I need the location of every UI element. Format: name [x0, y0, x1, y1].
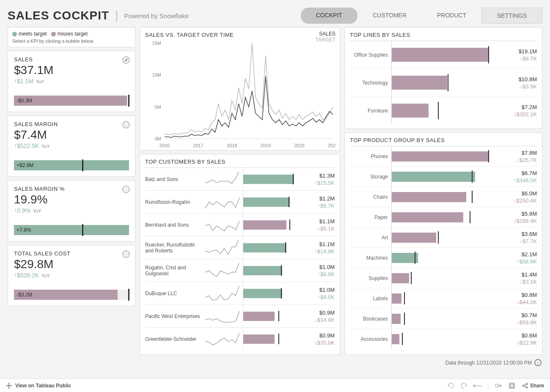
legend-target: TARGET — [315, 37, 336, 43]
bar-row[interactable]: Technology$10.8M↓$3.5K — [350, 69, 537, 96]
bar-row-value: $19.1M — [519, 48, 537, 55]
customer-value: $1.1M — [319, 218, 335, 225]
bar-row-name: Chairs — [350, 194, 391, 200]
customer-delta: ↓$35.0K — [294, 340, 335, 346]
bar-row-delta: ↓$7.7K — [489, 238, 537, 244]
bar-row[interactable]: Chairs$6.0M↓$250.4K — [350, 186, 537, 207]
customer-row[interactable]: Ruecker, Runolfsdottir and Roberts$1.1M↑… — [145, 236, 335, 259]
customer-value: $1.0M — [319, 264, 335, 270]
bar-row-bar — [391, 248, 489, 268]
customer-bar — [243, 328, 294, 350]
timechart-legend: SALES TARGET — [315, 31, 336, 43]
svg-text:2020: 2020 — [294, 143, 304, 148]
customer-row[interactable]: Greenfelder-Schneider$0.9M↓$35.0K — [145, 327, 335, 350]
legend-hint: Select a KPI by clicking a bubble below. — [12, 38, 131, 44]
bar-row[interactable]: Storage$6.7M↑$348.5K — [350, 166, 537, 186]
svg-text:2017: 2017 — [193, 143, 203, 148]
embed-toolbar: View on Tableau Public ⟵ ▾ Share — [0, 378, 550, 392]
bar-row-name: Machines — [350, 255, 391, 261]
bar-row[interactable]: Furniture$7.2M↓$302.1K — [350, 96, 537, 124]
bar-row[interactable]: Office Supplies$19.1M↓$9.7K — [350, 41, 537, 69]
customer-row[interactable]: Rogahn, Crist and Gulgowski$1.0M↑$6.8K — [145, 259, 335, 282]
kpi-radio-sales[interactable] — [122, 56, 130, 64]
bar-row-value: $2.1M — [522, 251, 537, 258]
svg-text:2021: 2021 — [328, 143, 336, 148]
tab-product[interactable]: PRODUCT — [422, 8, 481, 24]
redo-icon[interactable] — [461, 382, 468, 389]
revert-icon[interactable]: ⟵ — [474, 382, 481, 389]
customer-bar — [243, 191, 294, 213]
title-divider: | — [115, 9, 118, 22]
productgroup-panel: TOP PRODUCT GROUP BY SALES Phones$7.8M↓$… — [344, 132, 542, 355]
kpi-card-margin-pct[interactable]: SALES MARGIN %19.9%↑0.9% YoY+7.8% — [8, 180, 135, 241]
bar-row-name: Phones — [350, 154, 391, 159]
customer-row[interactable]: Runolfsson-Rogahn$1.2M↑$6.7K — [145, 190, 335, 213]
customer-name: Runolfsson-Rogahn — [145, 199, 204, 205]
bar-row-bar — [391, 41, 489, 69]
footer-note-text: Data through 12/31/2020 12:00:00 PM — [446, 360, 532, 366]
share-button[interactable]: Share — [522, 383, 544, 389]
customer-bar — [243, 168, 294, 190]
customer-spark — [204, 236, 243, 259]
customer-spark — [204, 214, 243, 236]
customer-name: Pacific West Enterprises — [145, 313, 204, 319]
bar-row-bar — [391, 69, 489, 96]
bar-row[interactable]: Machines$2.1M↑$58.8K — [350, 247, 537, 268]
svg-text:2016: 2016 — [160, 143, 170, 148]
customer-value: $1.1M — [319, 241, 335, 247]
svg-rect-14 — [510, 384, 513, 387]
kpi-delta: ↑$1.1M YoY — [14, 78, 129, 85]
svg-text:2019: 2019 — [261, 143, 271, 148]
bar-row-delta: ↓$3.1K — [489, 279, 537, 285]
customer-row[interactable]: DuBuque LLC$1.0M↑$4.0K — [145, 282, 335, 304]
tab-customer[interactable]: CUSTOMER — [358, 8, 422, 24]
bar-row-bar — [391, 329, 489, 349]
customer-value: $1.3M — [319, 173, 335, 179]
bar-row-value: $6.7M — [522, 170, 537, 176]
kpi-radio-margin[interactable] — [122, 121, 130, 129]
device-icon[interactable]: ▾ — [495, 382, 502, 389]
svg-rect-12 — [498, 385, 499, 387]
bar-row-value: $7.8M — [522, 150, 537, 156]
bar-row-name: Accessories — [350, 336, 391, 342]
customer-row[interactable]: Bernhard and Sons$1.1M↓$5.1K — [145, 213, 335, 236]
fullscreen-icon[interactable] — [509, 382, 515, 389]
customer-delta: ↑$6.8K — [294, 271, 335, 277]
kpi-radio-margin-pct[interactable] — [122, 186, 130, 193]
bar-row[interactable]: Art$3.6M↓$7.7K — [350, 227, 537, 247]
share-label: Share — [530, 383, 544, 389]
kpi-card-margin[interactable]: SALES MARGIN$7.4M↑$522.5K YoY+$2.9M — [8, 115, 135, 177]
bar-row[interactable]: Bookcases$0.7M↓$58.9K — [350, 308, 537, 329]
svg-text:0M: 0M — [155, 136, 161, 141]
kpi-label: SALES — [14, 56, 129, 63]
bar-row[interactable]: Paper$5.8M↓$289.4K — [350, 207, 537, 227]
customer-row[interactable]: Pacific West Enterprises$0.9M↓$14.8K — [145, 304, 335, 327]
bar-row[interactable]: Accessories$0.6M↓$22.9K — [350, 329, 537, 349]
legend-sales: SALES — [315, 31, 336, 37]
kpi-bar: +$2.9M — [14, 160, 129, 170]
kpi-card-cost[interactable]: TOTAL SALES COST$29.8M↑$539.2K YoY-$3.2M — [8, 245, 135, 306]
main-tabs: COCKPIT CUSTOMER PRODUCT SETTINGS — [301, 8, 542, 24]
customer-name: Ruecker, Runolfsdottir and Roberts — [145, 242, 204, 254]
kpi-card-sales[interactable]: SALES$37.1M↑$1.1M YoY-$0.3M — [8, 51, 135, 112]
svg-text:5M: 5M — [155, 104, 161, 110]
bar-row[interactable]: Labels$0.8M↓$44.0K — [350, 288, 537, 308]
kpi-radio-cost[interactable] — [122, 250, 130, 258]
view-on-tableau-link[interactable]: View on Tableau Public — [15, 383, 71, 389]
svg-point-17 — [526, 387, 528, 388]
bar-row[interactable]: Supplies$1.4M↓$3.1K — [350, 268, 537, 288]
svg-text:2018: 2018 — [227, 143, 237, 148]
tab-cockpit[interactable]: COCKPIT — [301, 8, 358, 24]
tab-settings[interactable]: SETTINGS — [481, 8, 542, 24]
info-icon[interactable]: i — [534, 359, 542, 366]
bar-row[interactable]: Phones$7.8M↓$25.7K — [350, 146, 537, 166]
legend-meets: meets target — [19, 31, 47, 37]
customer-value: $0.9M — [319, 310, 335, 316]
timechart-svg[interactable]: 0M5M10M15M201620172018201920202021 — [145, 41, 336, 150]
svg-rect-13 — [509, 383, 514, 388]
undo-icon[interactable] — [447, 382, 454, 389]
customer-delta: ↑$15.5K — [294, 180, 335, 186]
page-subtitle: Powered by Snowflake — [124, 12, 189, 19]
customer-row[interactable]: Batz and Sons$1.3M↑$15.5K — [145, 167, 335, 190]
kpi-value: $37.1M — [14, 63, 129, 77]
